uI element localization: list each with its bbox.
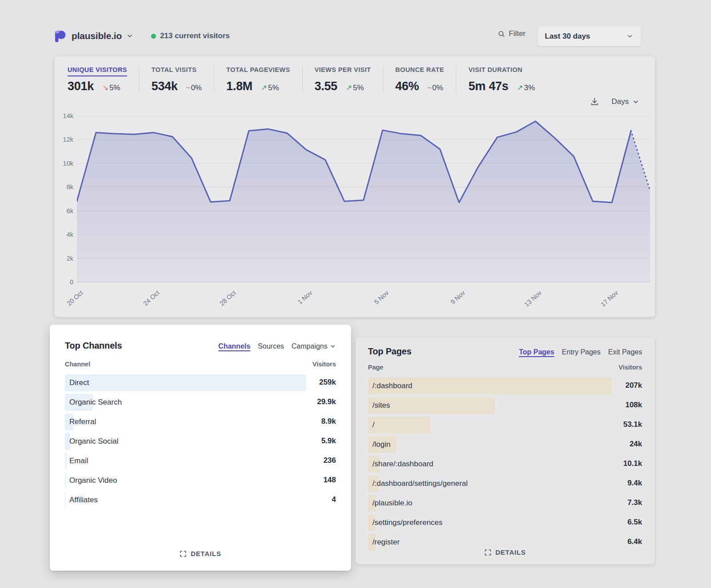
breakdown-row[interactable]: Direct259k [65,374,336,391]
chart-controls: Days [590,97,639,106]
row-label: Direct [65,374,336,391]
row-value: 207k [625,377,642,393]
visitors-area-chart[interactable]: 02k4k6k8k10k12k14k20 Oct24 Oct28 Oct1 No… [77,116,650,282]
row-value: 9.4k [627,475,642,491]
chevron-down-icon [330,343,336,350]
current-visitors-badge[interactable]: 213 current visitors [151,32,230,40]
y-axis-label: 12k [55,136,73,143]
top-channels-card: Top Channels ChannelsSourcesCampaigns Ch… [50,325,351,571]
x-axis-label: 24 Oct [136,289,161,313]
filter-button[interactable]: Filter [498,29,526,38]
stat-total-visits[interactable]: TOTAL VISITS534k~0% [139,66,214,93]
stat-delta: ~0% [186,83,202,92]
top-channels-list: Direct259kOrganic Search29.9kReferral8.9… [65,374,336,509]
breakdown-row[interactable]: /share/:dashboard10.1k [368,456,642,473]
stat-total-pageviews[interactable]: TOTAL PAGEVIEWS1.8M↗5% [214,66,302,93]
row-value: 29.9k [317,394,336,410]
row-value: 10.1k [623,456,642,472]
row-value: 4 [332,492,336,508]
expand-icon [484,549,491,556]
row-label: Referral [65,413,336,430]
stat-delta: ↗5% [346,83,364,92]
tab-campaigns[interactable]: Campaigns [292,342,336,350]
chevron-down-icon [632,99,639,105]
y-axis-label: 14k [55,112,73,119]
row-label: Organic Video [65,472,336,489]
row-label: Organic Social [65,433,336,450]
trend-up-icon: ↗ [517,83,523,92]
top-pages-details-button[interactable]: DETAILS [356,548,655,556]
breakdown-row[interactable]: /settings/preferences6.5k [368,514,642,531]
date-range-label: Last 30 days [545,32,590,41]
breakdown-row[interactable]: /sites108k [368,397,642,414]
breakdown-row[interactable]: Organic Search29.9k [65,394,336,411]
download-export-icon[interactable] [590,97,599,106]
row-label: /login [368,436,642,453]
top-pages-header: Top Pages Top PagesEntry PagesExit Pages [368,338,642,357]
expand-icon [180,550,187,557]
breakdown-row[interactable]: Organic Video148 [65,472,336,489]
tab-entry-pages[interactable]: Entry Pages [562,348,600,356]
row-value: 6.4k [627,534,642,550]
tab-top-pages[interactable]: Top Pages [519,348,555,356]
stat-value: 534k [152,79,178,93]
trend-flat-icon: ~ [427,83,431,92]
column-header-visitors: Visitors [619,364,642,371]
breakdown-row[interactable]: Organic Social5.9k [65,433,336,450]
breakdown-row[interactable]: /53.1k [368,417,642,433]
row-label: /sites [368,397,642,414]
breakdown-row[interactable]: Affiliates4 [65,492,336,509]
stat-label: UNIQUE VISITORS [68,66,127,76]
breakdown-row[interactable]: /login24k [368,436,642,453]
row-label: / [368,417,642,433]
row-label: /:dashboard [368,377,642,394]
breakdown-row[interactable]: Referral8.9k [65,413,336,430]
column-header-visitors: Visitors [312,361,336,368]
tab-exit-pages[interactable]: Exit Pages [608,348,642,356]
trend-flat-icon: ~ [186,83,190,92]
stat-bounce-rate[interactable]: BOUNCE RATE46%~0% [383,66,456,93]
stat-label: BOUNCE RATE [395,66,444,76]
interval-picker[interactable]: Days [611,97,639,106]
details-label: DETAILS [191,550,221,557]
x-axis-label: 9 Nov [441,289,467,313]
breakdown-row[interactable]: /plausible.io7.3k [368,495,642,512]
y-axis-label: 8k [55,183,73,191]
trend-up-icon: ↗ [261,83,267,92]
site-header: plausible.io 213 current visitors [54,26,230,46]
row-value: 259k [319,374,336,390]
top-channels-title: Top Channels [65,341,122,351]
row-value: 108k [625,397,642,413]
y-axis-label: 4k [55,231,73,238]
stat-value: 5m 47s [468,79,508,93]
row-value: 6.5k [627,514,642,530]
stat-unique-visitors[interactable]: UNIQUE VISITORS301k↘5% [68,66,139,93]
stat-views-per-visit[interactable]: VIEWS PER VISIT3.55↗5% [302,66,383,93]
site-switcher-chevron-icon[interactable] [126,32,133,40]
x-axis-label: 17 Nov [594,289,619,313]
site-name[interactable]: plausible.io [72,31,122,41]
stat-visit-duration[interactable]: VISIT DURATION5m 47s↗3% [456,66,547,93]
trend-up-icon: ↗ [346,83,352,92]
top-channels-tabs: ChannelsSourcesCampaigns [218,342,336,350]
row-label: /settings/preferences [368,514,642,531]
breakdown-row[interactable]: /:dashboard207k [368,377,642,394]
tab-sources[interactable]: Sources [258,342,284,350]
x-axis-label: 20 Oct [59,289,84,313]
y-axis-label: 6k [55,207,73,215]
breakdown-row[interactable]: Email236 [65,453,336,469]
top-pages-title: Top Pages [368,346,411,357]
breakdown-row[interactable]: /:dashboard/settings/general9.4k [368,475,642,492]
stat-delta: ~0% [427,83,443,92]
y-axis-label: 2k [55,255,73,262]
row-value: 236 [324,453,336,469]
date-range-picker[interactable]: Last 30 days [538,26,641,46]
plausible-logo-icon [54,29,66,43]
top-pages-list: /:dashboard207k/sites108k/53.1k/login24k… [368,377,642,551]
filter-label: Filter [509,29,526,38]
chevron-down-icon [626,32,634,40]
top-channels-details-button[interactable]: DETAILS [50,550,351,557]
top-channels-header: Top Channels ChannelsSourcesCampaigns [65,325,336,351]
tab-channels[interactable]: Channels [218,342,250,350]
row-label: Affiliates [65,492,336,509]
